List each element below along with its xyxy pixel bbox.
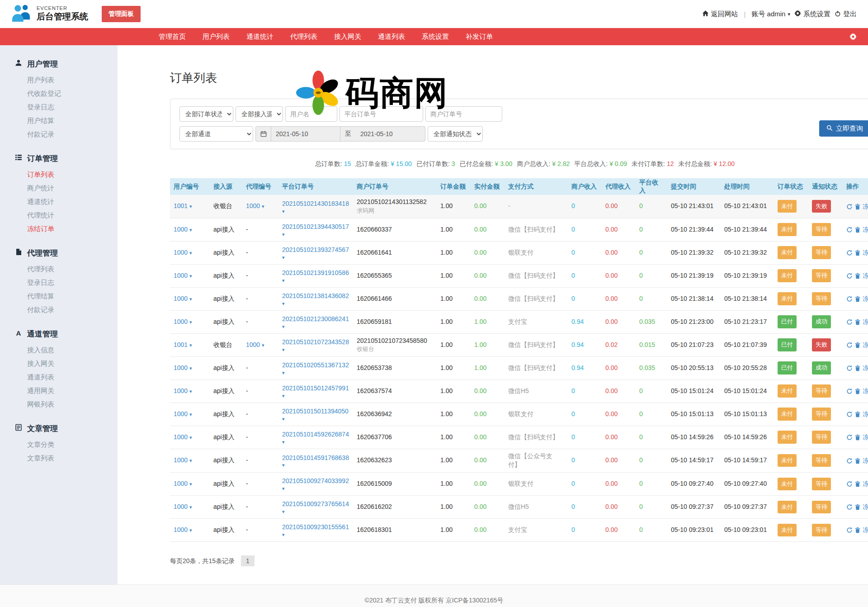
platform-order-link[interactable]: 2021051021394430517 xyxy=(282,223,349,230)
back-site-link[interactable]: 返回网站 xyxy=(702,10,738,19)
user-id-link[interactable]: 1000 ▾ xyxy=(174,480,192,487)
freeze-link[interactable]: 冻 xyxy=(863,410,868,419)
user-id-link[interactable]: 1000 ▾ xyxy=(174,272,192,279)
date-from-input[interactable] xyxy=(271,126,340,142)
platform-order-link[interactable]: 2021051014592626874 xyxy=(282,431,349,438)
sidebar-item[interactable]: 通道列表 xyxy=(15,370,118,384)
refresh-icon[interactable] xyxy=(846,410,853,419)
nav-item[interactable]: 用户列表 xyxy=(203,33,230,41)
chevron-down-icon[interactable]: ▾ xyxy=(282,347,285,352)
nav-gear-icon[interactable] xyxy=(849,33,857,42)
nav-item[interactable]: 管理首页 xyxy=(159,33,186,41)
user-id-link[interactable]: 1000 ▾ xyxy=(174,503,192,510)
sidebar-item[interactable]: 商户统计 xyxy=(15,181,118,195)
trash-icon[interactable] xyxy=(854,433,861,442)
platform-order-link[interactable]: 2021051021381436082 xyxy=(282,292,349,299)
sidebar-item[interactable]: 网银列表 xyxy=(15,398,118,411)
merchant-order-input[interactable] xyxy=(425,106,502,122)
refresh-icon[interactable] xyxy=(846,248,853,257)
user-id-link[interactable]: 1000 ▾ xyxy=(174,526,192,533)
user-id-link[interactable]: 1000 ▾ xyxy=(174,387,192,394)
freeze-link[interactable]: 冻 xyxy=(863,318,868,327)
trash-icon[interactable] xyxy=(854,503,861,512)
sidebar-item[interactable]: 通道统计 xyxy=(15,195,118,209)
trash-icon[interactable] xyxy=(854,410,861,419)
sidebar-item[interactable]: 接入信息 xyxy=(15,343,118,357)
trash-icon[interactable] xyxy=(854,318,861,327)
settings-link[interactable]: 系统设置 xyxy=(794,10,830,19)
sidebar-item[interactable]: 订单列表 xyxy=(15,168,118,181)
refresh-icon[interactable] xyxy=(846,341,853,350)
refresh-icon[interactable] xyxy=(846,364,853,373)
user-id-link[interactable]: 1001 ▾ xyxy=(174,202,192,209)
user-id-link[interactable]: 1000 ▾ xyxy=(174,456,192,464)
platform-order-link[interactable]: 2021051009274033992 xyxy=(282,477,349,484)
user-id-link[interactable]: 1000 ▾ xyxy=(174,318,192,325)
account-menu[interactable]: 账号 admin ▾ xyxy=(751,10,790,19)
sidebar-item[interactable]: 付款记录 xyxy=(15,303,118,317)
refresh-icon[interactable] xyxy=(846,318,853,327)
freeze-link[interactable]: 冻 xyxy=(863,225,868,234)
trash-icon[interactable] xyxy=(854,294,861,304)
refresh-icon[interactable] xyxy=(846,456,853,465)
nav-item[interactable]: 通道统计 xyxy=(246,33,274,41)
agent-id-link[interactable]: 1000 ▾ xyxy=(246,202,264,209)
refresh-icon[interactable] xyxy=(846,433,853,442)
agent-id-link[interactable]: 1000 ▾ xyxy=(246,341,264,348)
platform-order-input[interactable] xyxy=(340,106,423,122)
refresh-icon[interactable] xyxy=(846,271,853,280)
freeze-link[interactable]: 冻 xyxy=(863,503,868,512)
chevron-down-icon[interactable]: ▾ xyxy=(282,462,285,468)
chevron-down-icon[interactable]: ▾ xyxy=(282,509,285,514)
freeze-link[interactable]: 冻 xyxy=(863,271,868,280)
chevron-down-icon[interactable]: ▾ xyxy=(282,439,285,445)
sidebar-item[interactable]: 用户结算 xyxy=(15,114,118,128)
sidebar-item[interactable]: 登录日志 xyxy=(15,276,118,289)
user-id-link[interactable]: 1000 ▾ xyxy=(174,364,192,371)
sidebar-item[interactable]: 通用网关 xyxy=(15,384,118,398)
platform-order-link[interactable]: 2021051021230086241 xyxy=(282,315,349,322)
nav-item[interactable]: 系统设置 xyxy=(422,33,449,41)
trash-icon[interactable] xyxy=(854,364,861,373)
sidebar-item[interactable]: 代理列表 xyxy=(15,262,118,276)
platform-order-link[interactable]: 2021051009230155561 xyxy=(282,523,349,531)
sidebar-item[interactable]: 代收款登记 xyxy=(15,87,118,100)
platform-order-link[interactable]: 2021051015012457991 xyxy=(282,384,349,392)
refresh-icon[interactable] xyxy=(846,294,853,304)
chevron-down-icon[interactable]: ▾ xyxy=(282,532,285,537)
panel-button[interactable]: 管理面板 xyxy=(102,6,141,22)
refresh-icon[interactable] xyxy=(846,503,853,512)
channel-select[interactable]: 全部通道 xyxy=(179,126,253,142)
username-input[interactable] xyxy=(285,106,337,122)
sidebar-item[interactable]: 冻结订单 xyxy=(15,222,118,236)
chevron-down-icon[interactable]: ▾ xyxy=(282,278,285,283)
chevron-down-icon[interactable]: ▾ xyxy=(282,209,285,214)
freeze-link[interactable]: 冻 xyxy=(863,202,868,211)
sidebar-item[interactable]: 文章分类 xyxy=(15,438,118,451)
chevron-down-icon[interactable]: ▾ xyxy=(282,416,285,422)
sidebar-item[interactable]: 登录日志 xyxy=(15,100,118,114)
platform-order-link[interactable]: 2021051009273765614 xyxy=(282,500,349,507)
chevron-down-icon[interactable]: ▾ xyxy=(282,486,285,491)
notify-status-select[interactable]: 全部通知状态 xyxy=(428,126,483,142)
trash-icon[interactable] xyxy=(854,225,861,234)
trash-icon[interactable] xyxy=(854,456,861,465)
platform-order-link[interactable]: 2021051015011394050 xyxy=(282,408,349,415)
chevron-down-icon[interactable]: ▾ xyxy=(282,324,285,329)
nav-item[interactable]: 代理列表 xyxy=(290,33,317,41)
freeze-link[interactable]: 冻 xyxy=(863,364,868,373)
freeze-link[interactable]: 冻 xyxy=(863,479,868,488)
refresh-icon[interactable] xyxy=(846,526,853,535)
trash-icon[interactable] xyxy=(854,526,861,535)
trash-icon[interactable] xyxy=(854,271,861,280)
chevron-down-icon[interactable]: ▾ xyxy=(282,255,285,260)
chevron-down-icon[interactable]: ▾ xyxy=(282,301,285,306)
chevron-down-icon[interactable]: ▾ xyxy=(282,232,285,237)
nav-item[interactable]: 通道列表 xyxy=(378,33,405,41)
sidebar-item[interactable]: 代理结算 xyxy=(15,289,118,303)
platform-order-link[interactable]: 2021051021393274567 xyxy=(282,246,349,253)
search-button[interactable]: 立即查询 xyxy=(819,120,868,137)
refresh-icon[interactable] xyxy=(846,202,853,211)
trash-icon[interactable] xyxy=(854,387,861,396)
freeze-link[interactable]: 冻 xyxy=(863,526,868,535)
